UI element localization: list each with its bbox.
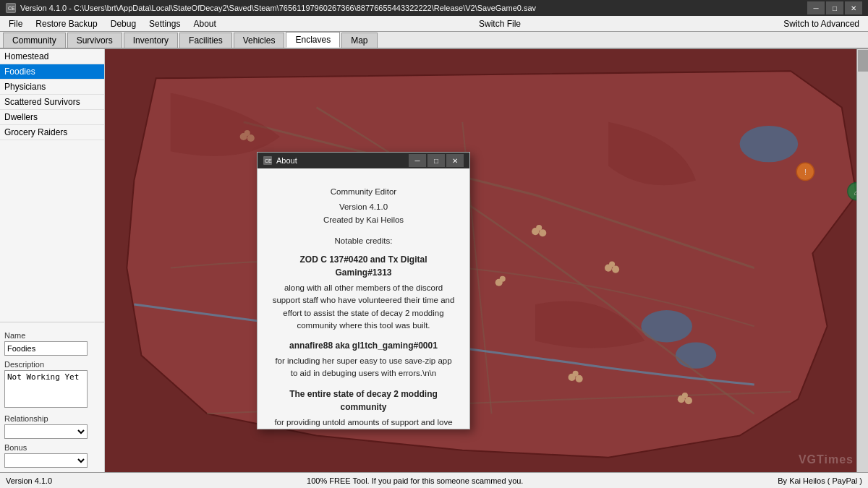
svg-point-4	[641, 310, 692, 342]
title-bar-left: CE Version 4.1.0 - C:\Users\brt\AppData\…	[6, 3, 536, 13]
about-app-name: Community Editor	[272, 186, 455, 198]
tab-map[interactable]: Map	[341, 33, 377, 48]
about-dialog-title: About	[276, 156, 297, 165]
status-center: 100% FREE Tool. If you paid for this som…	[307, 476, 523, 485]
svg-point-5	[676, 342, 716, 368]
menu-file[interactable]: File	[3, 17, 28, 30]
tab-community[interactable]: Community	[3, 33, 66, 48]
title-bar: CE Version 4.1.0 - C:\Users\brt\AppData\…	[0, 0, 868, 16]
svg-text:CE: CE	[265, 158, 272, 163]
enclave-grocery[interactable]: Grocery Raiders	[0, 125, 104, 140]
about-credit3-desc: for providing untold amounts of support …	[272, 416, 455, 429]
about-minimize-button[interactable]: ─	[409, 154, 426, 167]
description-textarea[interactable]: Not Working Yet	[4, 370, 88, 408]
menu-settings[interactable]: Settings	[143, 17, 186, 30]
svg-point-18	[500, 276, 506, 282]
tab-facilities[interactable]: Facilities	[179, 33, 232, 48]
map-canvas: ! ⌂	[105, 49, 856, 472]
tab-vehicles[interactable]: Vehicles	[234, 33, 285, 48]
about-body: Community Editor Version 4.1.0 Created b…	[258, 168, 469, 429]
minimize-button[interactable]: ─	[807, 1, 825, 14]
svg-point-30	[576, 375, 583, 382]
about-credits-label: Notable credits:	[272, 235, 455, 247]
title-bar-text: Version 4.1.0 - C:\Users\brt\AppData\Loc…	[20, 4, 536, 12]
status-right: By Kai Heilos ( PayPal )	[778, 476, 862, 485]
menu-items: File Restore Backup Debug Settings About	[3, 17, 222, 30]
about-title-controls: ─ □ ✕	[409, 154, 464, 167]
menu-debug[interactable]: Debug	[105, 17, 142, 30]
about-credit2-name: annafire88 aka gl1tch_gaming#0001	[272, 339, 455, 352]
about-creator: Created by Kai Heilos	[272, 214, 455, 226]
svg-point-21	[612, 266, 619, 273]
about-credit1-desc: along with all other members of the disc…	[272, 282, 455, 332]
title-bar-controls: ─ □ ✕	[807, 1, 862, 14]
enclave-foodies[interactable]: Foodies	[0, 64, 104, 80]
status-version: Version 4.1.0	[6, 476, 52, 485]
maximize-button[interactable]: □	[826, 1, 843, 14]
enclave-list: Homestead Foodies Physicians Scattered S…	[0, 49, 104, 322]
map-scrollbar[interactable]	[856, 49, 868, 472]
tab-inventory[interactable]: Inventory	[124, 33, 178, 48]
status-bar: Version 4.1.0 100% FREE Tool. If you pai…	[0, 472, 868, 488]
about-version: Version 4.1.0	[272, 201, 455, 213]
bonus-select[interactable]	[4, 453, 88, 468]
about-title-bar: CE About ─ □ ✕	[258, 153, 469, 168]
app-icon: CE	[6, 3, 16, 13]
name-input[interactable]	[4, 341, 88, 356]
switch-file-label: Switch File	[479, 19, 521, 29]
tab-survivors[interactable]: Survivors	[67, 33, 122, 48]
about-credit2-desc: for including her super easy to use save…	[272, 355, 455, 380]
svg-point-33	[685, 397, 692, 404]
menu-restore-backup[interactable]: Restore Backup	[30, 17, 103, 30]
about-credit3-name: The entire state of decay 2 modding comm…	[272, 388, 455, 414]
left-panel: Homestead Foodies Physicians Scattered S…	[0, 49, 105, 472]
tab-enclaves[interactable]: Enclaves	[286, 32, 340, 48]
svg-point-3	[740, 126, 799, 162]
svg-text:CE: CE	[8, 6, 15, 11]
name-label: Name	[4, 331, 100, 340]
enclave-details: Name Description Not Working Yet Relatio…	[0, 322, 104, 472]
switch-advanced-button[interactable]: Switch to Advanced	[778, 17, 865, 30]
menu-about[interactable]: About	[187, 17, 221, 30]
svg-text:!: !	[804, 168, 807, 176]
enclave-physicians[interactable]: Physicians	[0, 80, 104, 95]
enclave-homestead[interactable]: Homestead	[0, 49, 104, 64]
tab-bar: Community Survivors Inventory Facilities…	[0, 32, 868, 49]
enclave-scattered[interactable]: Scattered Survivors	[0, 95, 104, 110]
relationship-select[interactable]	[4, 424, 88, 439]
svg-point-16	[539, 229, 546, 236]
map-area: ! ⌂ VGTimes	[105, 49, 868, 472]
about-maximize-button[interactable]: □	[427, 154, 445, 167]
map-terrain: ! ⌂	[105, 49, 856, 472]
watermark: VGTimes	[799, 453, 854, 466]
about-credit1-name: ZOD C 137#0420 and Tx Digital Gaming#131…	[272, 253, 455, 279]
close-button[interactable]: ✕	[845, 1, 862, 14]
bonus-label: Bonus	[4, 443, 100, 452]
about-dialog: CE About ─ □ ✕ Community Editor Version …	[257, 152, 470, 429]
description-label: Description	[4, 360, 100, 369]
enclave-dwellers[interactable]: Dwellers	[0, 110, 104, 125]
about-close-button[interactable]: ✕	[446, 154, 464, 167]
relationship-label: Relationship	[4, 414, 100, 423]
scrollbar-thumb[interactable]	[858, 50, 868, 72]
menu-bar: File Restore Backup Debug Settings About…	[0, 16, 868, 32]
